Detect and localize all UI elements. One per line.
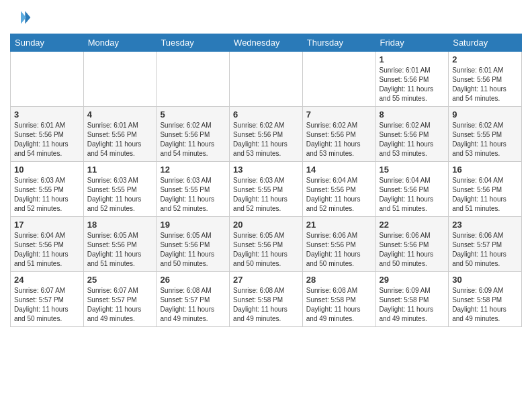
day-info: Sunrise: 6:01 AMSunset: 5:56 PMDaylight:… [87, 121, 153, 158]
day-info: Sunrise: 6:04 AMSunset: 5:56 PMDaylight:… [452, 176, 518, 214]
day-number: 4 [87, 109, 153, 120]
day-info: Sunrise: 6:03 AMSunset: 5:55 PMDaylight:… [87, 176, 153, 214]
day-number: 30 [452, 275, 518, 285]
day-info: Sunrise: 6:01 AMSunset: 5:56 PMDaylight:… [452, 66, 518, 103]
calendar-cell: 26Sunrise: 6:08 AMSunset: 5:57 PMDayligh… [157, 272, 230, 327]
day-info: Sunrise: 6:09 AMSunset: 5:58 PMDaylight:… [452, 286, 518, 324]
day-number: 24 [14, 275, 80, 285]
day-number: 2 [452, 54, 518, 64]
day-number: 13 [233, 165, 299, 175]
calendar-cell [83, 52, 157, 107]
week-row-3: 10Sunrise: 6:03 AMSunset: 5:55 PMDayligh… [11, 162, 522, 217]
calendar-cell: 2Sunrise: 6:01 AMSunset: 5:56 PMDaylight… [449, 52, 522, 107]
day-info: Sunrise: 6:05 AMSunset: 5:56 PMDaylight:… [160, 231, 226, 269]
day-number: 8 [380, 109, 445, 120]
calendar-cell: 9Sunrise: 6:02 AMSunset: 5:55 PMDaylight… [449, 107, 522, 162]
calendar-cell: 25Sunrise: 6:07 AMSunset: 5:57 PMDayligh… [83, 272, 157, 327]
day-info: Sunrise: 6:04 AMSunset: 5:56 PMDaylight:… [306, 176, 372, 214]
day-info: Sunrise: 6:02 AMSunset: 5:56 PMDaylight:… [306, 121, 372, 158]
day-number: 16 [452, 165, 518, 175]
calendar-cell: 22Sunrise: 6:06 AMSunset: 5:56 PMDayligh… [375, 217, 449, 272]
calendar-cell [230, 52, 303, 107]
day-info: Sunrise: 6:05 AMSunset: 5:56 PMDaylight:… [87, 231, 153, 269]
calendar-cell: 21Sunrise: 6:06 AMSunset: 5:56 PMDayligh… [302, 217, 375, 272]
day-info: Sunrise: 6:08 AMSunset: 5:58 PMDaylight:… [306, 286, 372, 324]
day-number: 22 [380, 220, 445, 230]
weekday-header-saturday: Saturday [449, 34, 522, 52]
day-info: Sunrise: 6:04 AMSunset: 5:56 PMDaylight:… [380, 176, 445, 214]
day-number: 5 [160, 109, 226, 120]
day-number: 12 [160, 165, 226, 175]
logo-icon [10, 7, 32, 28]
day-info: Sunrise: 6:02 AMSunset: 5:56 PMDaylight:… [233, 121, 299, 158]
week-row-4: 17Sunrise: 6:04 AMSunset: 5:56 PMDayligh… [11, 217, 522, 272]
day-number: 29 [380, 275, 445, 285]
calendar-cell: 30Sunrise: 6:09 AMSunset: 5:58 PMDayligh… [449, 272, 522, 327]
header [10, 7, 522, 28]
calendar-cell: 15Sunrise: 6:04 AMSunset: 5:56 PMDayligh… [375, 162, 449, 217]
weekday-header-tuesday: Tuesday [157, 34, 230, 52]
day-info: Sunrise: 6:02 AMSunset: 5:56 PMDaylight:… [380, 121, 445, 158]
day-info: Sunrise: 6:03 AMSunset: 5:55 PMDaylight:… [14, 176, 80, 214]
weekday-header-sunday: Sunday [11, 34, 84, 52]
day-number: 15 [380, 165, 445, 175]
logo [10, 7, 34, 28]
calendar-cell: 12Sunrise: 6:03 AMSunset: 5:55 PMDayligh… [157, 162, 230, 217]
calendar-cell: 18Sunrise: 6:05 AMSunset: 5:56 PMDayligh… [83, 217, 157, 272]
weekday-header-friday: Friday [375, 34, 449, 52]
week-row-2: 3Sunrise: 6:01 AMSunset: 5:56 PMDaylight… [11, 107, 522, 162]
calendar-cell: 19Sunrise: 6:05 AMSunset: 5:56 PMDayligh… [157, 217, 230, 272]
day-number: 17 [14, 220, 80, 230]
calendar-cell: 20Sunrise: 6:05 AMSunset: 5:56 PMDayligh… [230, 217, 303, 272]
calendar-cell: 1Sunrise: 6:01 AMSunset: 5:56 PMDaylight… [375, 52, 449, 107]
week-row-5: 24Sunrise: 6:07 AMSunset: 5:57 PMDayligh… [11, 272, 522, 327]
weekday-header-row: SundayMondayTuesdayWednesdayThursdayFrid… [11, 34, 522, 52]
calendar-cell: 8Sunrise: 6:02 AMSunset: 5:56 PMDaylight… [375, 107, 449, 162]
day-number: 28 [306, 275, 372, 285]
calendar-cell: 4Sunrise: 6:01 AMSunset: 5:56 PMDaylight… [83, 107, 157, 162]
day-number: 14 [306, 165, 372, 175]
day-info: Sunrise: 6:06 AMSunset: 5:56 PMDaylight:… [380, 231, 445, 269]
day-number: 20 [233, 220, 299, 230]
calendar-cell: 13Sunrise: 6:03 AMSunset: 5:55 PMDayligh… [230, 162, 303, 217]
weekday-header-thursday: Thursday [302, 34, 375, 52]
weekday-header-wednesday: Wednesday [230, 34, 303, 52]
day-info: Sunrise: 6:02 AMSunset: 5:55 PMDaylight:… [452, 121, 518, 158]
day-number: 7 [306, 109, 372, 120]
day-number: 23 [452, 220, 518, 230]
day-number: 9 [452, 109, 518, 120]
day-number: 27 [233, 275, 299, 285]
calendar-cell [302, 52, 375, 107]
calendar-cell: 5Sunrise: 6:02 AMSunset: 5:56 PMDaylight… [157, 107, 230, 162]
day-number: 1 [380, 54, 445, 64]
calendar-cell: 29Sunrise: 6:09 AMSunset: 5:58 PMDayligh… [375, 272, 449, 327]
calendar-cell: 17Sunrise: 6:04 AMSunset: 5:56 PMDayligh… [11, 217, 84, 272]
day-info: Sunrise: 6:04 AMSunset: 5:56 PMDaylight:… [14, 231, 80, 269]
calendar-page: SundayMondayTuesdayWednesdayThursdayFrid… [0, 0, 532, 411]
day-info: Sunrise: 6:03 AMSunset: 5:55 PMDaylight:… [233, 176, 299, 214]
day-number: 26 [160, 275, 226, 285]
day-number: 3 [14, 109, 80, 120]
week-row-1: 1Sunrise: 6:01 AMSunset: 5:56 PMDaylight… [11, 52, 522, 107]
calendar-cell: 11Sunrise: 6:03 AMSunset: 5:55 PMDayligh… [83, 162, 157, 217]
day-info: Sunrise: 6:05 AMSunset: 5:56 PMDaylight:… [233, 231, 299, 269]
day-info: Sunrise: 6:07 AMSunset: 5:57 PMDaylight:… [87, 286, 153, 324]
calendar-cell: 16Sunrise: 6:04 AMSunset: 5:56 PMDayligh… [449, 162, 522, 217]
day-number: 11 [87, 165, 153, 175]
calendar-cell: 10Sunrise: 6:03 AMSunset: 5:55 PMDayligh… [11, 162, 84, 217]
day-info: Sunrise: 6:01 AMSunset: 5:56 PMDaylight:… [14, 121, 80, 158]
day-number: 10 [14, 165, 80, 175]
day-info: Sunrise: 6:08 AMSunset: 5:58 PMDaylight:… [233, 286, 299, 324]
calendar-cell: 6Sunrise: 6:02 AMSunset: 5:56 PMDaylight… [230, 107, 303, 162]
day-info: Sunrise: 6:02 AMSunset: 5:56 PMDaylight:… [160, 121, 226, 158]
calendar-cell: 27Sunrise: 6:08 AMSunset: 5:58 PMDayligh… [230, 272, 303, 327]
calendar-cell: 3Sunrise: 6:01 AMSunset: 5:56 PMDaylight… [11, 107, 84, 162]
calendar-cell: 24Sunrise: 6:07 AMSunset: 5:57 PMDayligh… [11, 272, 84, 327]
calendar-cell [11, 52, 84, 107]
calendar-cell: 7Sunrise: 6:02 AMSunset: 5:56 PMDaylight… [302, 107, 375, 162]
day-number: 6 [233, 109, 299, 120]
day-info: Sunrise: 6:09 AMSunset: 5:58 PMDaylight:… [380, 286, 445, 324]
day-number: 25 [87, 275, 153, 285]
day-info: Sunrise: 6:03 AMSunset: 5:55 PMDaylight:… [160, 176, 226, 214]
day-info: Sunrise: 6:06 AMSunset: 5:56 PMDaylight:… [306, 231, 372, 269]
